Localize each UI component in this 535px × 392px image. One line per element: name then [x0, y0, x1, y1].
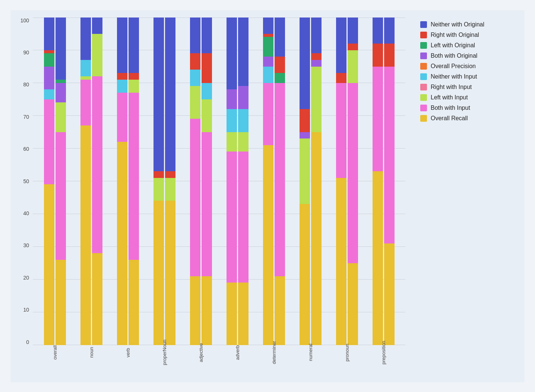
chart-container: 0102030405060708090100 overallnounverbpr…	[10, 10, 525, 382]
legend-item-right_input: Right with Input	[420, 84, 517, 90]
segment-left_input	[348, 50, 358, 83]
bar-col-precision	[153, 17, 164, 345]
segment-right_original	[336, 73, 346, 83]
segment-neither_original	[165, 17, 175, 172]
y-axis-tick: 80	[14, 82, 29, 87]
segment-both_input	[56, 132, 66, 260]
segment-both_original	[238, 86, 248, 109]
segment-neither_original	[238, 17, 248, 86]
segment-both_original	[311, 60, 322, 67]
y-axis-tick: 60	[14, 146, 29, 152]
bar-group	[300, 17, 322, 345]
segment-both_original	[227, 89, 237, 109]
segment-left_original	[44, 53, 54, 66]
x-axis-label: preposition	[381, 345, 386, 360]
legend-item-both_input: Both with Input	[420, 105, 517, 111]
segment-right_original	[275, 57, 285, 73]
segment-left_input	[202, 99, 212, 132]
segment-overall_recall	[275, 276, 285, 345]
segment-both_input	[238, 152, 248, 283]
segment-neither_original	[129, 17, 139, 73]
segment-neither_original	[190, 17, 200, 54]
segment-both_input	[117, 93, 127, 142]
segment-overall_recall	[44, 184, 54, 345]
segment-left_input	[300, 138, 310, 204]
bar-group	[153, 17, 175, 345]
segment-overall_recall	[202, 276, 212, 345]
x-axis-label: determiner	[271, 345, 277, 360]
segment-both_input	[336, 83, 346, 178]
legend-color-overall_precision	[420, 63, 427, 70]
legend-color-neither_input	[420, 73, 427, 80]
segment-both_input	[263, 83, 273, 145]
segment-neither_original	[311, 17, 322, 54]
segment-both_input	[80, 80, 91, 125]
segment-left_input	[56, 102, 66, 132]
legend-label-both_original: Both with Original	[431, 52, 477, 59]
legend-item-overall_recall: Overall Recall	[420, 115, 517, 122]
bars-and-grid: overallnounverbproperNounadjectiveadverb…	[33, 17, 405, 360]
segment-neither_original	[300, 17, 310, 109]
legend-color-right_input	[420, 84, 427, 90]
segment-both_input	[275, 83, 285, 276]
y-axis-tick: 40	[14, 210, 29, 216]
x-axis-label: adjective	[198, 345, 204, 360]
legend-item-left_input: Left with Input	[420, 94, 517, 101]
segment-overall_recall	[92, 253, 102, 345]
bar-col-recall	[348, 17, 358, 345]
legend-label-overall_recall: Overall Recall	[431, 115, 468, 122]
legend-label-right_original: Right with Original	[431, 32, 479, 38]
legend-item-both_original: Both with Original	[420, 52, 517, 59]
segment-neither_input	[44, 89, 54, 99]
bar-col-recall	[311, 17, 322, 345]
legend-color-left_original	[420, 42, 427, 49]
bar-group	[190, 17, 212, 345]
legend-color-both_original	[420, 52, 427, 59]
segment-left_input	[311, 67, 322, 132]
segment-overall_recall	[238, 283, 248, 345]
y-axis-tick: 90	[14, 50, 29, 55]
bar-group	[44, 17, 66, 345]
segment-both_input	[348, 83, 358, 263]
bar-col-precision	[44, 17, 54, 345]
segment-neither_original	[153, 17, 164, 172]
y-axis-tick: 0	[14, 339, 29, 345]
legend-color-overall_recall	[420, 115, 427, 122]
segment-overall_recall	[263, 145, 273, 345]
segment-both_input	[44, 99, 54, 185]
segment-left_input	[238, 132, 248, 152]
x-labels-row: overallnounverbproperNounadjectiveadverb…	[33, 345, 405, 360]
segment-right_original	[300, 109, 310, 132]
y-axis-tick: 10	[14, 307, 29, 313]
segment-overall_recall	[311, 132, 322, 345]
segment-neither_original	[44, 17, 54, 50]
legend-label-overall_precision: Overall Precision	[431, 63, 476, 70]
y-axis-tick: 30	[14, 242, 29, 248]
bar-col-precision	[227, 17, 237, 345]
bar-col-recall	[202, 17, 212, 345]
segment-left_input	[129, 80, 139, 93]
segment-left_input	[227, 132, 237, 152]
bar-col-precision	[190, 17, 200, 345]
segment-right_original	[44, 50, 54, 54]
bar-col-recall	[384, 17, 395, 345]
segment-both_input	[129, 93, 139, 260]
segment-overall_recall	[373, 171, 383, 345]
segment-both_input	[227, 152, 237, 283]
segment-both_input	[190, 119, 200, 276]
segment-left_input	[165, 178, 175, 201]
segment-neither_input	[190, 70, 200, 86]
segment-both_input	[384, 67, 395, 243]
bar-col-recall	[129, 17, 139, 345]
segment-right_original	[263, 34, 273, 37]
legend-color-neither_original	[420, 21, 427, 28]
segment-right_original	[129, 73, 139, 80]
x-axis-label: adverb	[235, 345, 240, 360]
segment-overall_recall	[227, 283, 237, 345]
legend-item-neither_input: Neither with Input	[420, 73, 517, 80]
segment-overall_recall	[117, 142, 127, 345]
bar-col-recall	[56, 17, 66, 345]
segment-overall_recall	[56, 260, 66, 345]
segment-overall_recall	[190, 276, 200, 345]
legend-item-overall_precision: Overall Precision	[420, 63, 517, 70]
